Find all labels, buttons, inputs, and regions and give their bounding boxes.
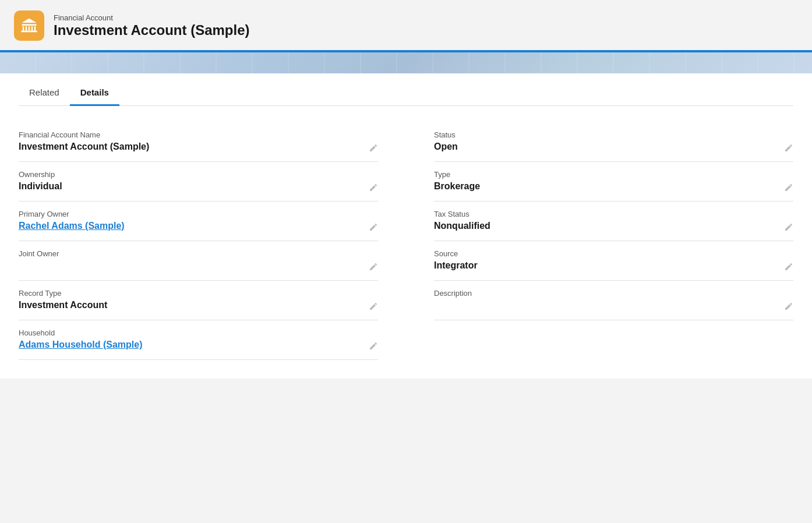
main-content: Related Details Financial Account NameIn… (0, 73, 812, 379)
field-value[interactable]: Rachel Adams (Sample) (19, 221, 378, 235)
field-label: Tax Status (434, 210, 793, 218)
field-value: Investment Account (Sample) (19, 142, 378, 156)
field-label: Description (434, 289, 793, 298)
fields-grid: Financial Account NameInvestment Account… (19, 122, 793, 360)
field-row: Joint Owner (19, 241, 378, 281)
edit-icon[interactable] (784, 262, 793, 273)
field-label: Record Type (19, 289, 378, 298)
field-row: Description (434, 281, 793, 320)
field-label: Joint Owner (19, 249, 378, 258)
field-value: Integrator (434, 260, 793, 274)
banner-strip (0, 52, 812, 73)
field-label: Type (434, 170, 793, 179)
field-label: Household (19, 328, 378, 337)
field-row: Financial Account NameInvestment Account… (19, 122, 378, 162)
field-row: OwnershipIndividual (19, 162, 378, 202)
tab-related[interactable]: Related (19, 80, 70, 106)
field-row: TypeBrokerage (434, 162, 793, 202)
field-label: Financial Account Name (19, 130, 378, 139)
page-header: Financial Account Investment Account (Sa… (0, 0, 812, 52)
edit-icon[interactable] (784, 183, 793, 194)
field-label: Source (434, 249, 793, 258)
edit-icon[interactable] (369, 302, 378, 313)
field-value: Individual (19, 181, 378, 195)
field-row: Record TypeInvestment Account (19, 281, 378, 320)
field-value[interactable]: Adams Household (Sample) (19, 340, 378, 354)
bank-icon (20, 17, 38, 34)
edit-icon[interactable] (369, 143, 378, 154)
field-value: Brokerage (434, 181, 793, 195)
edit-icon[interactable] (369, 183, 378, 194)
header-title: Investment Account (Sample) (54, 22, 250, 38)
field-row: Tax StatusNonqualified (434, 202, 793, 241)
field-row: StatusOpen (434, 122, 793, 162)
record-type-icon (14, 10, 44, 41)
field-row: HouseholdAdams Household (Sample) (19, 320, 378, 360)
field-label: Primary Owner (19, 210, 378, 218)
header-subtitle: Financial Account (54, 13, 250, 22)
field-value: Investment Account (19, 300, 378, 314)
field-value: Nonqualified (434, 221, 793, 235)
field-value (19, 260, 378, 274)
field-label: Status (434, 130, 793, 139)
field-value (434, 300, 793, 314)
edit-icon[interactable] (784, 302, 793, 313)
field-label: Ownership (19, 170, 378, 179)
field-value: Open (434, 142, 793, 156)
edit-icon[interactable] (784, 222, 793, 234)
tab-bar: Related Details (19, 73, 793, 106)
edit-icon[interactable] (784, 143, 793, 154)
tab-details[interactable]: Details (70, 80, 119, 106)
field-row: Primary OwnerRachel Adams (Sample) (19, 202, 378, 241)
fields-right-column: StatusOpenTypeBrokerageTax StatusNonqual… (406, 122, 793, 360)
edit-icon[interactable] (369, 222, 378, 234)
field-row: SourceIntegrator (434, 241, 793, 281)
edit-icon[interactable] (369, 341, 378, 352)
header-text-group: Financial Account Investment Account (Sa… (54, 13, 250, 38)
edit-icon[interactable] (369, 262, 378, 273)
fields-left-column: Financial Account NameInvestment Account… (19, 122, 406, 360)
